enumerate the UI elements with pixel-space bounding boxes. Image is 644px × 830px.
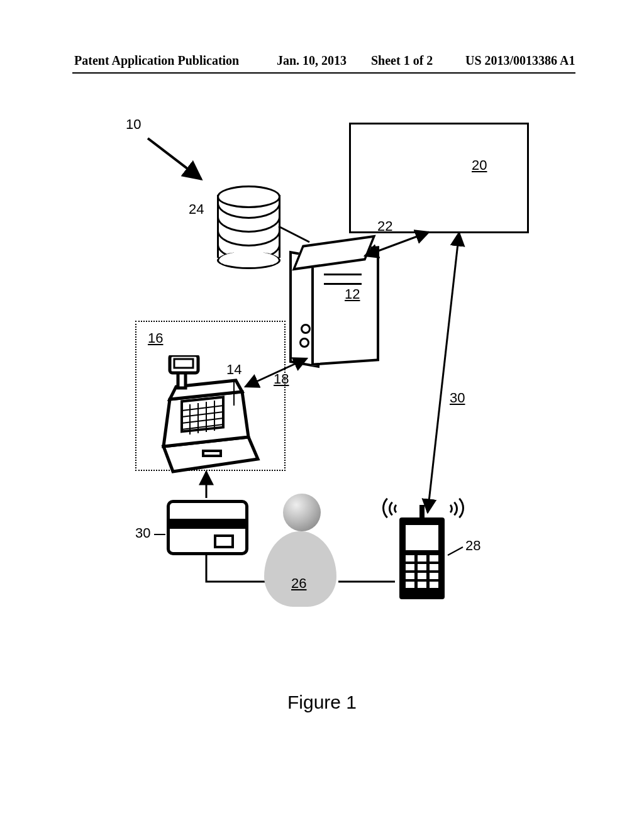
header-pubno: US 2013/0013386 A1 bbox=[465, 53, 575, 68]
page: Patent Application Publication Jan. 10, … bbox=[0, 0, 644, 830]
figure-1: 10 20 24 bbox=[101, 97, 541, 676]
header-rule bbox=[72, 72, 575, 74]
header-date: Jan. 10, 2013 bbox=[277, 53, 347, 68]
svg-line-22 bbox=[448, 547, 463, 555]
lead-28 bbox=[101, 97, 541, 676]
header-sheet: Sheet 1 of 2 bbox=[371, 53, 433, 68]
figure-caption: Figure 1 bbox=[0, 692, 644, 713]
page-header: Patent Application Publication Jan. 10, … bbox=[0, 53, 644, 72]
header-publication-type: Patent Application Publication bbox=[74, 53, 239, 68]
